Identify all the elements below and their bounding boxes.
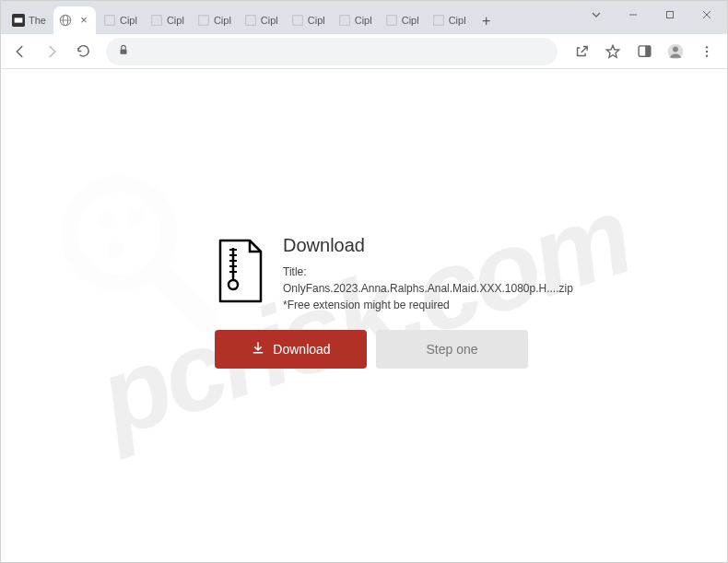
lock-icon	[117, 43, 130, 60]
svg-line-26	[156, 270, 205, 320]
back-button[interactable]	[6, 38, 34, 65]
svg-rect-8	[246, 16, 256, 26]
blank-favicon-icon	[197, 14, 210, 27]
tab-label: Cipl	[261, 15, 278, 26]
tab-strip: The × Cipl Cipl Cipl	[1, 1, 578, 34]
maximize-button[interactable]	[652, 1, 688, 29]
zip-file-icon	[215, 239, 266, 305]
address-bar[interactable]	[106, 38, 558, 65]
button-row: Download Step one	[215, 330, 528, 369]
favicon-icon	[12, 14, 25, 27]
extension-note: *Free extension might be required	[283, 297, 573, 313]
card-text: Download Title: OnlyFans.2023.Anna.Ralph…	[283, 235, 573, 313]
svg-rect-7	[199, 16, 209, 26]
globe-icon	[59, 14, 72, 27]
window-controls	[578, 1, 725, 29]
browser-window: The × Cipl Cipl Cipl	[0, 0, 728, 563]
filename: OnlyFans.2023.Anna.Ralphs.Anal.Maid.XXX.…	[283, 280, 573, 297]
forward-button[interactable]	[38, 38, 65, 65]
tab-0[interactable]: The	[6, 6, 52, 34]
tab-7[interactable]: Cipl	[333, 6, 378, 34]
svg-point-24	[706, 54, 708, 56]
kebab-menu-icon[interactable]	[692, 37, 722, 66]
download-icon	[251, 341, 265, 358]
tab-9[interactable]: Cipl	[427, 6, 472, 34]
card-top: Download Title: OnlyFans.2023.Anna.Ralph…	[215, 235, 528, 313]
svg-rect-9	[293, 16, 303, 26]
tab-label: Cipl	[214, 15, 231, 26]
step-one-label: Step one	[426, 342, 477, 357]
side-panel-icon[interactable]	[629, 37, 659, 66]
page-content: pcrisk.com	[1, 69, 727, 562]
svg-rect-6	[152, 16, 162, 26]
watermark-lens-icon	[56, 170, 222, 336]
svg-rect-12	[433, 16, 443, 26]
blank-favicon-icon	[150, 14, 163, 27]
close-tab-icon[interactable]: ×	[77, 14, 90, 27]
tab-label: Cipl	[120, 15, 137, 26]
tab-6[interactable]: Cipl	[286, 6, 331, 34]
download-heading: Download	[283, 235, 573, 256]
tab-label: Cipl	[449, 15, 466, 26]
tab-label: Cipl	[308, 15, 325, 26]
blank-favicon-icon	[385, 14, 398, 27]
share-icon[interactable]	[567, 37, 596, 66]
tab-5[interactable]: Cipl	[239, 6, 284, 34]
blank-favicon-icon	[338, 14, 351, 27]
tab-label: Cipl	[355, 15, 372, 26]
blank-favicon-icon	[291, 14, 304, 27]
bookmark-star-icon[interactable]	[598, 37, 628, 66]
download-button-label: Download	[273, 342, 330, 357]
minimize-button[interactable]	[615, 1, 652, 29]
tab-8[interactable]: Cipl	[380, 6, 425, 34]
tab-label: The	[29, 15, 46, 26]
toolbar	[1, 34, 727, 69]
download-card: Download Title: OnlyFans.2023.Anna.Ralph…	[215, 235, 528, 369]
title-label: Title:	[283, 264, 573, 280]
download-button[interactable]: Download	[215, 330, 367, 369]
tab-4[interactable]: Cipl	[192, 6, 237, 34]
svg-point-21	[673, 46, 678, 52]
titlebar: The × Cipl Cipl Cipl	[1, 1, 727, 34]
close-window-button[interactable]	[688, 1, 725, 29]
tab-2[interactable]: Cipl	[98, 6, 143, 34]
svg-point-29	[108, 241, 124, 258]
blank-favicon-icon	[432, 14, 445, 27]
svg-point-23	[706, 50, 708, 52]
tab-1[interactable]: ×	[53, 6, 96, 34]
svg-rect-19	[645, 46, 651, 56]
toolbar-right	[567, 37, 722, 66]
new-tab-button[interactable]: +	[474, 8, 499, 34]
svg-point-22	[706, 46, 708, 48]
reload-button[interactable]	[69, 38, 97, 65]
svg-rect-1	[15, 18, 23, 22]
tab-label: Cipl	[167, 15, 184, 26]
blank-favicon-icon	[103, 14, 116, 27]
step-one-button[interactable]: Step one	[376, 330, 528, 369]
svg-rect-10	[339, 16, 349, 26]
chevron-down-icon[interactable]	[578, 1, 615, 29]
svg-rect-14	[667, 12, 674, 18]
blank-favicon-icon	[244, 14, 257, 27]
svg-rect-17	[121, 49, 127, 53]
svg-rect-11	[386, 16, 396, 26]
svg-point-25	[69, 183, 169, 283]
svg-point-28	[127, 208, 144, 225]
tab-3[interactable]: Cipl	[145, 6, 190, 34]
profile-avatar-icon[interactable]	[661, 37, 690, 66]
tab-label: Cipl	[402, 15, 419, 26]
svg-point-27	[98, 212, 114, 229]
svg-rect-5	[105, 16, 115, 26]
